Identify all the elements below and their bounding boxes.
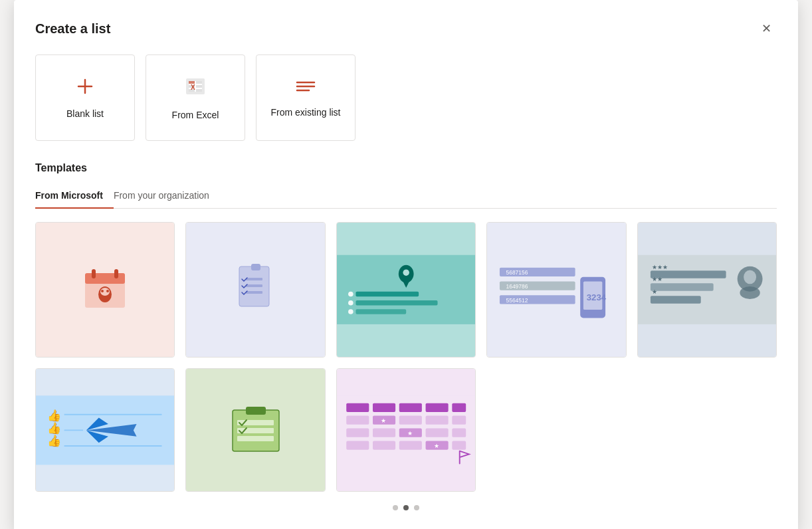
plus-icon: [76, 77, 94, 100]
svg-text:★: ★: [381, 417, 386, 424]
employee-onboarding-info: Employee onboarding Manage your new empl…: [186, 357, 324, 358]
work-progress-thumb: [186, 369, 324, 492]
svg-rect-75: [425, 403, 448, 411]
templates-title: Templates: [35, 162, 777, 174]
issue-tracker-thumb: [36, 223, 174, 357]
from-existing-label: From existing list: [270, 107, 340, 118]
svg-text:3234: 3234: [587, 292, 607, 302]
close-button[interactable]: ✕: [756, 19, 777, 39]
svg-rect-84: [373, 428, 395, 437]
svg-text:★★: ★★: [651, 275, 662, 282]
svg-text:👍: 👍: [47, 421, 62, 435]
svg-rect-83: [346, 428, 369, 437]
create-list-dialog: Create a list ✕ Blank list: [14, 0, 798, 529]
create-excel-card[interactable]: X From Excel: [146, 54, 245, 141]
svg-text:X: X: [191, 84, 195, 91]
svg-rect-7: [196, 85, 202, 88]
svg-rect-73: [373, 403, 395, 411]
employee-onboarding-thumb: [186, 223, 324, 357]
content-scheduler-thumb: ★ ★: [337, 369, 475, 492]
template-travel-requests[interactable]: 👍 👍 👍 Travel requests Manage all your tr…: [35, 368, 175, 492]
template-tabs: From Microsoft From your organization: [35, 185, 777, 209]
template-event-itinerary[interactable]: Event itinerary Organize all your import…: [336, 222, 476, 358]
svg-rect-32: [355, 292, 419, 297]
svg-text:👍: 👍: [47, 409, 62, 423]
nav-dot-2[interactable]: [403, 505, 409, 510]
svg-text:5687156: 5687156: [506, 269, 528, 276]
svg-rect-67: [246, 407, 266, 415]
svg-point-20: [101, 290, 104, 292]
nav-dot-1[interactable]: [393, 505, 398, 510]
svg-rect-77: [346, 415, 369, 424]
svg-text:5564512: 5564512: [506, 297, 528, 304]
recruitment-tracker-info: Recruitment tracker Keep everyone inform…: [638, 357, 776, 358]
asset-manager-thumb: 5687156 1649786 5564512 3234: [487, 223, 625, 357]
svg-rect-25: [246, 278, 262, 280]
dialog-header: Create a list ✕: [35, 19, 777, 39]
svg-rect-17: [114, 269, 118, 278]
from-excel-label: From Excel: [172, 110, 219, 120]
svg-rect-50: [651, 283, 714, 290]
create-blank-card[interactable]: Blank list: [35, 54, 135, 141]
svg-rect-24: [251, 264, 260, 270]
event-itinerary-thumb: [337, 223, 475, 357]
templates-section: Templates From Microsoft From your organ…: [35, 162, 777, 492]
templates-row-1: Issue tracker Track issues and bring the…: [35, 222, 777, 358]
svg-rect-91: [399, 441, 422, 449]
travel-requests-thumb: 👍 👍 👍: [36, 369, 174, 492]
svg-text:★: ★: [407, 429, 413, 437]
svg-point-30: [403, 269, 409, 275]
svg-text:★★★: ★★★: [651, 263, 667, 270]
svg-rect-33: [355, 300, 437, 306]
svg-rect-76: [452, 403, 466, 411]
template-issue-tracker[interactable]: Issue tracker Track issues and bring the…: [35, 222, 175, 358]
template-recruitment-tracker[interactable]: ★★★ ★★ ★ Recruitment tracker Keep everyo…: [637, 222, 777, 358]
svg-rect-34: [355, 309, 406, 314]
svg-rect-90: [373, 441, 395, 449]
list-icon: [296, 78, 316, 99]
asset-manager-info: Asset manager Keep track of all devices …: [487, 357, 625, 358]
svg-point-21: [106, 290, 109, 292]
excel-icon: X: [185, 76, 206, 102]
svg-rect-82: [452, 415, 466, 424]
bottom-nav: [35, 505, 777, 510]
svg-rect-88: [452, 428, 466, 437]
svg-rect-81: [425, 415, 448, 424]
svg-text:★: ★: [651, 288, 657, 295]
content-scheduler-info: Content scheduler Plan, schedule, and ma…: [337, 491, 475, 492]
svg-rect-15: [85, 273, 125, 284]
svg-rect-5: [196, 81, 202, 84]
template-work-progress[interactable]: Work progress tracker Track priorities a…: [185, 368, 325, 492]
tab-from-org[interactable]: From your organization: [114, 185, 220, 209]
template-employee-onboarding[interactable]: Employee onboarding Manage your new empl…: [185, 222, 325, 358]
svg-point-56: [744, 270, 756, 284]
create-options-row: Blank list X From Excel: [35, 54, 777, 141]
template-content-scheduler[interactable]: ★ ★: [336, 368, 476, 492]
svg-point-35: [348, 292, 354, 297]
dialog-title: Create a list: [35, 21, 110, 37]
svg-text:👍: 👍: [47, 434, 62, 448]
blank-list-label: Blank list: [66, 108, 104, 119]
svg-rect-89: [346, 441, 369, 449]
svg-point-36: [348, 300, 354, 306]
nav-dot-3[interactable]: [414, 505, 419, 510]
svg-rect-51: [651, 296, 701, 303]
work-progress-info: Work progress tracker Track priorities a…: [186, 491, 324, 492]
svg-point-37: [348, 309, 354, 314]
svg-rect-94: [452, 441, 466, 449]
templates-row-2: 👍 👍 👍 Travel requests Manage all your tr…: [35, 368, 777, 492]
template-asset-manager[interactable]: 5687156 1649786 5564512 3234 Asset manag…: [486, 222, 626, 358]
recruitment-tracker-thumb: ★★★ ★★ ★: [638, 223, 776, 357]
create-existing-card[interactable]: From existing list: [256, 54, 355, 141]
tab-from-microsoft[interactable]: From Microsoft: [35, 185, 114, 209]
svg-point-57: [740, 286, 760, 299]
svg-rect-87: [425, 428, 448, 437]
svg-text:1649786: 1649786: [506, 283, 528, 290]
svg-rect-80: [399, 415, 422, 424]
svg-rect-16: [92, 269, 96, 278]
svg-text:★: ★: [434, 441, 439, 449]
svg-rect-27: [246, 291, 262, 294]
svg-rect-26: [246, 284, 262, 287]
svg-rect-72: [346, 403, 369, 411]
svg-rect-9: [196, 89, 202, 92]
